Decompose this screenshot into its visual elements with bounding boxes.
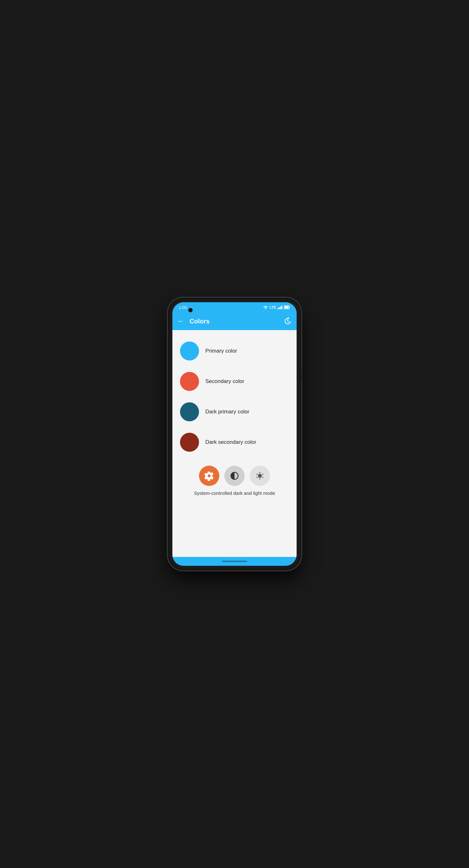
secondary-color-swatch (180, 372, 199, 391)
app-bar: ← Colors (172, 312, 297, 330)
content-area: Primary color Secondary color Dark prima… (172, 330, 297, 557)
battery-icon (284, 305, 290, 309)
mode-buttons (199, 466, 270, 486)
camera-cutout (188, 308, 193, 312)
dark-secondary-color-item[interactable]: Dark secondary color (177, 428, 292, 457)
auto-mode-button[interactable] (199, 466, 219, 486)
light-mode-button[interactable] (250, 466, 270, 486)
side-button (301, 368, 302, 380)
svg-rect-2 (289, 307, 290, 308)
mode-label: System-controlled dark and light mode (194, 490, 275, 496)
dark-primary-color-label: Dark primary color (205, 409, 250, 415)
back-button[interactable]: ← (177, 317, 184, 326)
primary-color-label: Primary color (205, 348, 237, 354)
dark-icon (230, 471, 239, 480)
dark-primary-color-item[interactable]: Dark primary color (177, 397, 292, 426)
dark-secondary-color-label: Dark secondary color (205, 439, 256, 445)
wifi-icon (263, 305, 268, 309)
svg-rect-1 (285, 306, 289, 309)
phone-frame: 1:00 LTE (168, 298, 301, 570)
dark-mode-button[interactable] (224, 466, 245, 486)
home-bar (222, 561, 247, 562)
secondary-color-label: Secondary color (205, 378, 244, 384)
history-icon[interactable] (283, 317, 292, 326)
dark-secondary-color-swatch (180, 433, 199, 452)
signal-icon (277, 305, 282, 309)
auto-icon (204, 471, 214, 481)
phone-screen: 1:00 LTE (172, 302, 297, 566)
primary-color-item[interactable]: Primary color (177, 336, 292, 366)
status-time: 1:00 (179, 305, 187, 310)
mode-section: System-controlled dark and light mode (177, 466, 292, 496)
lte-label: LTE (270, 305, 276, 309)
light-icon (255, 471, 265, 480)
status-bar: 1:00 LTE (172, 302, 297, 312)
primary-color-swatch (180, 341, 199, 361)
status-icons: LTE (263, 305, 290, 309)
dark-primary-color-swatch (180, 402, 199, 421)
app-bar-title: Colors (189, 318, 283, 325)
secondary-color-item[interactable]: Secondary color (177, 367, 292, 396)
home-indicator (172, 557, 297, 566)
